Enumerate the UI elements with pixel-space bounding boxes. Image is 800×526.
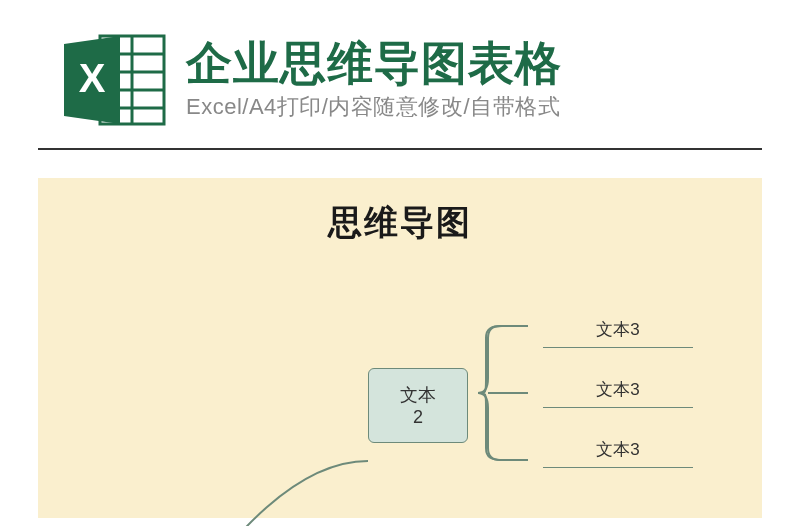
divider [38,148,762,150]
canvas-area: 思维导图 文本2 文本3 文本3 文本3 [38,178,762,518]
page-subtitle: Excel/A4打印/内容随意修改/自带格式 [186,92,562,122]
header: X 企业思维导图表格 Excel/A4打印/内容随意修改/自带格式 [0,0,800,148]
excel-icon: X [60,30,170,130]
mindmap-leaf: 文本3 [543,378,693,408]
header-text: 企业思维导图表格 Excel/A4打印/内容随意修改/自带格式 [186,38,562,123]
mindmap-node-2: 文本2 [368,368,468,443]
canvas-title: 思维导图 [38,200,762,246]
page-title: 企业思维导图表格 [186,38,562,89]
mindmap-leaf: 文本3 [543,318,693,348]
mindmap-leaf: 文本3 [543,438,693,468]
excel-icon-letter: X [79,56,106,100]
bracket-icon [468,308,538,478]
